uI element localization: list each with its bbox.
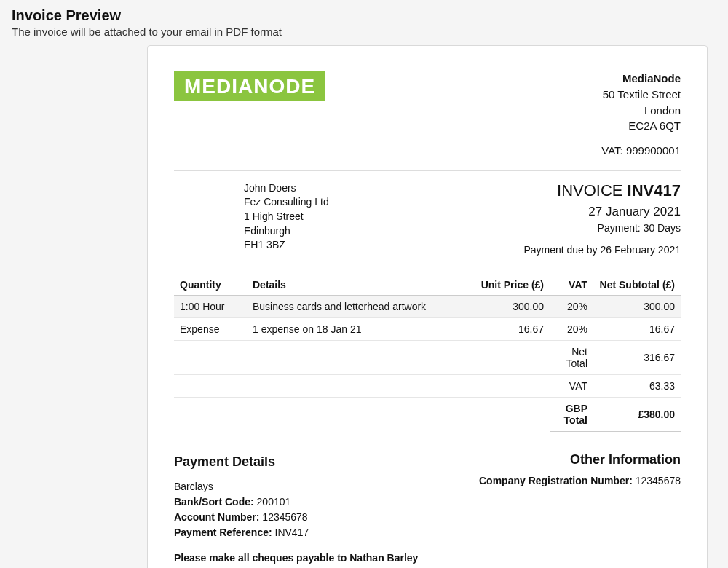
col-details: Details	[247, 275, 470, 296]
payment-details: Payment Details Barclays Bank/Sort Code:…	[174, 452, 418, 566]
bill-to-line: 1 High Street	[244, 210, 329, 224]
other-information: Other Information Company Registration N…	[479, 452, 681, 566]
bill-to-company: Fez Consulting Ltd	[244, 195, 329, 210]
cell-vat: 20%	[550, 295, 593, 317]
vat-total-value: 63.33	[593, 374, 681, 397]
sender-addr-line: 50 Textile Street	[601, 87, 681, 103]
company-logo: MEDIANODE	[174, 71, 325, 101]
sender-addr-line: EC2A 6QT	[601, 118, 681, 134]
net-total-row: Net Total 316.67	[174, 340, 681, 374]
col-quantity: Quantity	[174, 275, 247, 296]
payment-reference-label: Payment Reference:	[174, 526, 272, 538]
sender-addr-line: London	[601, 103, 681, 119]
sender-vat: VAT: 999900001	[601, 143, 681, 159]
payment-due: Payment due by 26 February 2021	[523, 244, 681, 256]
cheques-payee: Nathan Barley	[349, 552, 418, 564]
cell-qty: 1:00 Hour	[174, 295, 247, 317]
vat-number: 999900001	[626, 144, 681, 157]
col-vat: VAT	[550, 275, 593, 296]
vat-label: VAT:	[601, 144, 622, 157]
payment-reference: INV417	[275, 526, 309, 538]
table-header-row: Quantity Details Unit Price (£) VAT Net …	[174, 275, 681, 296]
other-info-heading: Other Information	[479, 452, 681, 468]
net-total-label: Net Total	[550, 340, 593, 374]
due-label: Payment due by	[523, 244, 597, 256]
sender-name: MediaNode	[601, 71, 681, 87]
invoice-date: 27 January 2021	[523, 205, 681, 219]
net-total-value: 316.67	[593, 340, 681, 374]
cheques-line: Please make all cheques payable to Natha…	[174, 551, 418, 566]
terms-label: Payment:	[598, 222, 641, 234]
bill-to-line: EH1 3BZ	[244, 238, 329, 253]
grand-total-label: GBP Total	[550, 397, 593, 431]
col-net-subtotal: Net Subtotal (£)	[593, 275, 681, 296]
cell-net: 16.67	[593, 317, 681, 340]
vat-total-row: VAT 63.33	[174, 374, 681, 397]
bill-to-name: John Doers	[244, 181, 329, 196]
cheques-prefix: Please make all cheques payable to	[174, 552, 347, 564]
cell-unit: 300.00	[470, 295, 550, 317]
cell-details: Business cards and letterhead artwork	[247, 295, 470, 317]
account-number-label: Account Number:	[174, 511, 259, 523]
terms-value: 30 Days	[644, 222, 681, 234]
payment-details-heading: Payment Details	[174, 452, 418, 472]
invoice-meta: INVOICE INV417 27 January 2021 Payment: …	[523, 181, 681, 256]
account-number: 12345678	[262, 511, 307, 523]
grand-total-row: GBP Total £380.00	[174, 397, 681, 431]
bank-name: Barclays	[174, 479, 418, 494]
bill-to-line: Edinburgh	[244, 224, 329, 239]
sort-code-label: Bank/Sort Code:	[174, 496, 254, 508]
company-reg-number: 12345678	[636, 475, 681, 486]
cell-details: 1 expense on 18 Jan 21	[247, 317, 470, 340]
invoice-label: INVOICE	[557, 181, 622, 200]
invoice-number: INV417	[628, 181, 681, 200]
cell-unit: 16.67	[470, 317, 550, 340]
table-row: Expense 1 expense on 18 Jan 21 16.67 20%…	[174, 317, 681, 340]
table-row: 1:00 Hour Business cards and letterhead …	[174, 295, 681, 317]
page-subtitle: The invoice will be attached to your ema…	[12, 25, 716, 38]
cell-vat: 20%	[550, 317, 593, 340]
sort-code: 200101	[257, 496, 291, 508]
sender-address: MediaNode 50 Textile Street London EC2A …	[601, 71, 681, 159]
due-date: 26 February 2021	[600, 244, 681, 256]
invoice-document: MEDIANODE MediaNode 50 Textile Street Lo…	[147, 45, 708, 568]
cell-net: 300.00	[593, 295, 681, 317]
payment-terms: Payment: 30 Days	[523, 222, 681, 234]
divider	[174, 170, 681, 171]
col-unit-price: Unit Price (£)	[470, 275, 550, 296]
line-items-table: Quantity Details Unit Price (£) VAT Net …	[174, 275, 681, 432]
company-reg-label: Company Registration Number:	[479, 475, 633, 486]
vat-total-label: VAT	[550, 374, 593, 397]
invoice-number-line: INVOICE INV417	[523, 181, 681, 200]
cell-qty: Expense	[174, 317, 247, 340]
grand-total-value: £380.00	[593, 397, 681, 431]
bill-to-address: John Doers Fez Consulting Ltd 1 High Str…	[244, 181, 329, 256]
page-title: Invoice Preview	[12, 7, 716, 24]
